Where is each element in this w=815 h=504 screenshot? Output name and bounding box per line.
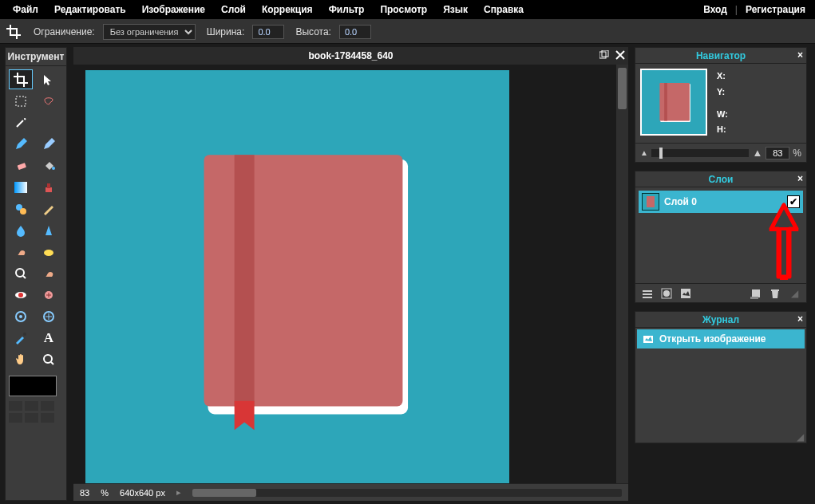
tool-burn[interactable]	[37, 263, 61, 283]
nav-zoom-percent: %	[793, 148, 801, 159]
resize-handle-icon[interactable]: ◢	[787, 286, 801, 301]
foreground-color[interactable]	[9, 376, 57, 396]
horizontal-scrollbar[interactable]	[192, 489, 622, 497]
open-image-icon	[642, 333, 655, 345]
svg-point-33	[663, 290, 670, 297]
svg-point-9	[44, 250, 53, 256]
tool-zoom[interactable]	[37, 349, 61, 369]
window-close-icon[interactable]	[614, 49, 627, 61]
tool-blur[interactable]	[9, 220, 33, 240]
navigator-title: Навигатор	[696, 50, 746, 61]
width-input[interactable]: 0.0	[252, 25, 284, 39]
nav-zoom-value[interactable]: 83	[766, 147, 789, 159]
tool-text[interactable]: A	[37, 328, 61, 348]
tool-brush[interactable]	[37, 134, 61, 154]
height-input[interactable]: 0.0	[339, 25, 371, 39]
layer-visibility-checkbox[interactable]: ✔	[787, 195, 800, 208]
canvas-dimensions: 640x640 px	[120, 488, 165, 498]
tool-marquee[interactable]	[9, 91, 33, 111]
document-title: book-1784458_640	[308, 50, 393, 61]
tool-clone[interactable]	[37, 177, 61, 197]
svg-rect-29	[643, 290, 652, 292]
menu-layer[interactable]: Слой	[213, 1, 254, 18]
tool-spot-heal[interactable]	[37, 285, 61, 305]
register-link[interactable]: Регистрация	[741, 1, 810, 18]
tool-wand[interactable]	[9, 112, 33, 132]
delete-layer-icon[interactable]	[768, 286, 782, 301]
tool-gradient[interactable]	[9, 177, 33, 197]
right-panels: Навигатор × X: Y: W: H:	[631, 44, 815, 504]
tool-replace-color[interactable]	[9, 199, 33, 219]
tool-pinch[interactable]	[37, 306, 61, 326]
menu-image[interactable]: Изображение	[134, 1, 213, 18]
history-title: Журнал	[702, 314, 739, 325]
tool-move[interactable]	[37, 69, 61, 89]
workspace[interactable]	[73, 65, 628, 483]
canvas[interactable]	[85, 70, 509, 483]
layers-panel: Слои × Слой 0 ✔ ◢	[635, 171, 807, 303]
constraint-select[interactable]: Без ограничения	[103, 24, 196, 40]
layer-name: Слой 0	[664, 196, 697, 207]
menu-filter[interactable]: Фильтр	[321, 1, 373, 18]
login-link[interactable]: Вход	[698, 1, 732, 18]
layers-title: Слои	[709, 174, 734, 185]
svg-rect-34	[681, 289, 690, 298]
tool-eraser[interactable]	[9, 156, 33, 175]
svg-rect-6	[47, 183, 50, 188]
tool-bucket[interactable]	[37, 156, 61, 175]
separator: |	[732, 4, 741, 15]
layer-mask-icon[interactable]	[659, 286, 674, 301]
tool-smudge[interactable]	[9, 242, 33, 262]
tool-empty-1	[37, 112, 61, 132]
layer-style-icon[interactable]	[679, 286, 693, 301]
tool-dodge[interactable]	[9, 263, 33, 283]
close-icon[interactable]: ×	[797, 313, 803, 325]
tool-lasso[interactable]	[37, 91, 61, 111]
color-swatches[interactable]	[9, 401, 63, 423]
tool-bloat[interactable]	[9, 306, 33, 326]
tool-panel: Инструмент A	[5, 47, 67, 501]
svg-rect-35	[752, 289, 760, 297]
statusbar: 83 % 640x640 px ▸	[73, 483, 628, 501]
height-label: Высота:	[292, 26, 331, 37]
tool-pencil[interactable]	[9, 134, 33, 154]
tool-crop[interactable]	[9, 69, 33, 89]
navigator-panel: Навигатор × X: Y: W: H:	[635, 47, 807, 163]
layer-settings-icon[interactable]	[640, 286, 655, 301]
svg-rect-24	[235, 155, 255, 406]
svg-rect-2	[18, 163, 26, 170]
menu-edit[interactable]: Редактировать	[46, 1, 134, 18]
svg-point-18	[44, 355, 52, 363]
menu-language[interactable]: Язык	[435, 1, 476, 18]
menu-file[interactable]: Файл	[5, 1, 46, 18]
vertical-scrollbar[interactable]	[616, 65, 628, 483]
tool-sharpen[interactable]	[37, 220, 61, 240]
new-layer-icon[interactable]	[749, 286, 763, 301]
history-item[interactable]: Открыть изображение	[637, 329, 805, 348]
menu-view[interactable]: Просмотр	[372, 1, 435, 18]
tool-sponge[interactable]	[37, 242, 61, 262]
menu-help[interactable]: Справка	[476, 1, 532, 18]
svg-rect-30	[643, 293, 652, 295]
zoom-in-icon[interactable]: ▲	[752, 147, 762, 159]
tool-colorpicker[interactable]	[9, 328, 33, 348]
close-icon[interactable]: ×	[797, 49, 803, 61]
tool-redeye[interactable]	[9, 285, 33, 305]
window-maximize-icon[interactable]	[598, 49, 611, 61]
svg-point-12	[18, 293, 23, 297]
layer-row[interactable]: Слой 0 ✔	[639, 191, 803, 213]
close-icon[interactable]: ×	[797, 173, 803, 184]
svg-rect-28	[664, 83, 667, 121]
tool-hand[interactable]	[9, 349, 33, 369]
zoom-value: 83	[80, 488, 89, 498]
tool-draw[interactable]	[37, 199, 61, 219]
history-item-label: Открыть изображение	[659, 333, 766, 345]
zoom-out-icon[interactable]: ▲	[640, 148, 648, 157]
menu-correction[interactable]: Коррекция	[254, 1, 321, 18]
navigator-thumbnail[interactable]	[640, 69, 707, 136]
svg-point-3	[52, 167, 55, 170]
layer-thumbnail	[642, 193, 659, 211]
svg-point-15	[19, 315, 22, 318]
resize-handle-icon[interactable]: ◢	[795, 431, 806, 443]
zoom-slider[interactable]	[651, 149, 750, 157]
